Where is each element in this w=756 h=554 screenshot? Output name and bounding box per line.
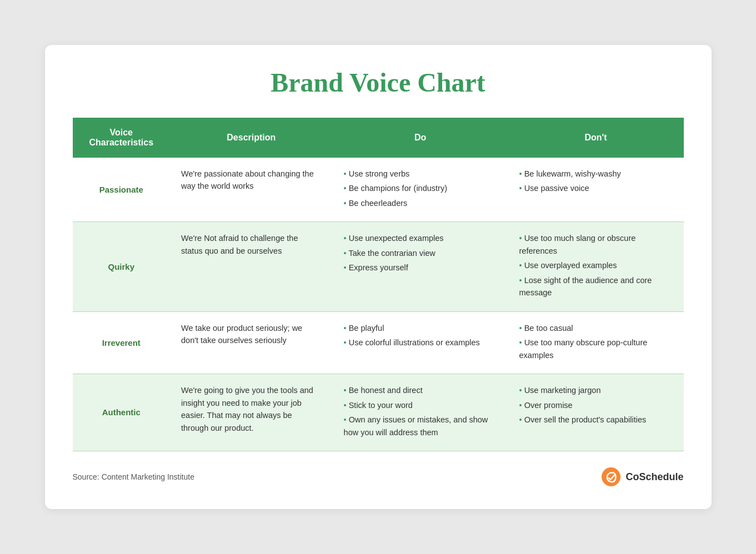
dont-item: Over promise: [519, 399, 673, 411]
footer: Source: Content Marketing Institute CoSc…: [73, 467, 684, 487]
description-cell: We're Not afraid to challenge the status…: [170, 222, 333, 311]
dont-item: Use overplayed examples: [519, 259, 673, 271]
dont-item: Use too many obscure pop-culture example…: [519, 336, 673, 361]
dont-item: Be too casual: [519, 322, 673, 334]
description-cell: We're going to give you the tools and in…: [170, 374, 333, 451]
do-item: Be playful: [344, 322, 497, 334]
dont-item: Use too much slang or obscure references: [519, 232, 673, 257]
dont-item: Be lukewarm, wishy-washy: [519, 168, 673, 180]
col-header-vc: VoiceCharacteristics: [73, 118, 171, 158]
do-item: Be cheerleaders: [344, 197, 497, 209]
description-cell: We're passionate about changing the way …: [170, 158, 333, 222]
table-row: PassionateWe're passionate about changin…: [73, 158, 684, 222]
do-item: Use colorful illustrations or examples: [344, 336, 497, 349]
col-header-desc: Description: [170, 118, 333, 158]
do-cell: Be honest and directStick to your wordOw…: [333, 374, 508, 451]
logo-area: CoSchedule: [601, 467, 683, 487]
brand-voice-table: VoiceCharacteristics Description Do Don'…: [73, 118, 684, 451]
characteristic-cell: Authentic: [73, 374, 171, 451]
dont-item: Lose sight of the audience and core mess…: [519, 274, 673, 299]
do-cell: Be playfulUse colorful illustrations or …: [333, 311, 508, 374]
col-header-dont: Don't: [508, 118, 684, 158]
dont-item: Use passive voice: [519, 182, 673, 194]
description-cell: We take our product seriously; we don't …: [170, 311, 333, 374]
dont-item: Over sell the product's capabilities: [519, 414, 673, 426]
do-item: Be honest and direct: [344, 384, 497, 396]
dont-cell: Use marketing jargonOver promiseOver sel…: [508, 374, 684, 451]
logo-text: CoSchedule: [625, 471, 683, 483]
coschedule-logo-icon: [601, 467, 621, 487]
page-title: Brand Voice Chart: [73, 67, 684, 98]
svg-point-0: [602, 467, 620, 486]
do-item: Stick to your word: [344, 399, 497, 411]
table-row: QuirkyWe're Not afraid to challenge the …: [73, 222, 684, 311]
do-item: Take the contrarian view: [344, 247, 497, 259]
table-row: AuthenticWe're going to give you the too…: [73, 374, 684, 451]
do-item: Use strong verbs: [344, 168, 497, 180]
source-text: Source: Content Marketing Institute: [73, 472, 194, 481]
do-item: Be champions for (industry): [344, 182, 497, 194]
dont-item: Use marketing jargon: [519, 384, 673, 396]
characteristic-cell: Passionate: [73, 158, 171, 222]
card: Brand Voice Chart VoiceCharacteristics D…: [45, 45, 712, 509]
do-item: Use unexpected examples: [344, 232, 497, 244]
table-row: IrreverentWe take our product seriously;…: [73, 311, 684, 374]
dont-cell: Be too casualUse too many obscure pop-cu…: [508, 311, 684, 374]
dont-cell: Be lukewarm, wishy-washyUse passive voic…: [508, 158, 684, 222]
do-item: Express yourself: [344, 261, 497, 274]
do-cell: Use strong verbsBe champions for (indust…: [333, 158, 508, 222]
characteristic-cell: Quirky: [73, 222, 171, 311]
do-item: Own any issues or mistakes, and show how…: [344, 414, 497, 439]
do-cell: Use unexpected examplesTake the contrari…: [333, 222, 508, 311]
dont-cell: Use too much slang or obscure references…: [508, 222, 684, 311]
col-header-do: Do: [333, 118, 508, 158]
characteristic-cell: Irreverent: [73, 311, 171, 374]
